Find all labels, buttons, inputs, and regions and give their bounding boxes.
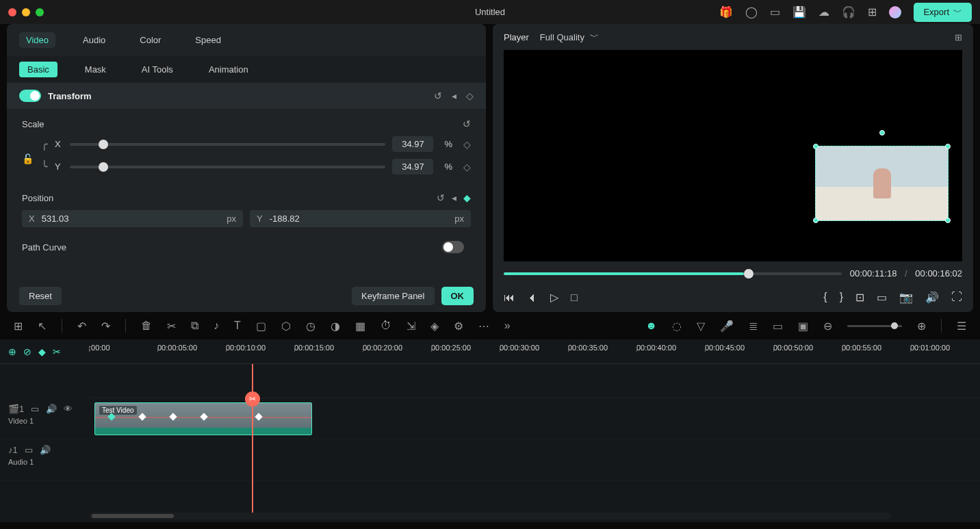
position-keyframe-icon[interactable]: ◆ xyxy=(463,192,471,203)
frame-icon[interactable]: ▢ xyxy=(256,320,266,333)
scale-y-slider[interactable] xyxy=(70,166,385,168)
keyframe-diamond-icon[interactable]: ◇ xyxy=(466,90,474,101)
expand-icon[interactable]: ⇲ xyxy=(407,320,415,333)
resize-handle-tr[interactable] xyxy=(945,144,951,149)
resize-handle-bl[interactable] xyxy=(813,218,818,223)
scale-x-keyframe[interactable]: ◇ xyxy=(463,139,471,150)
keyframe-marker[interactable] xyxy=(255,413,262,420)
folder-icon[interactable]: ▭ xyxy=(31,404,39,414)
keyframe-marker[interactable] xyxy=(169,413,177,420)
playhead[interactable]: ✂ xyxy=(252,364,253,513)
transform-toggle[interactable] xyxy=(19,90,41,102)
position-reset-icon[interactable]: ↺ xyxy=(437,192,445,203)
ok-button[interactable]: OK xyxy=(441,287,474,305)
menu-icon[interactable]: ☰ xyxy=(957,320,966,333)
video-clip[interactable]: Test Video xyxy=(94,402,312,435)
save-icon[interactable]: 💾 xyxy=(792,5,806,18)
monitor-icon[interactable]: ▭ xyxy=(770,5,780,18)
timeline-scrollbar[interactable] xyxy=(89,513,891,519)
shield-icon[interactable]: ▽ xyxy=(697,320,705,333)
more-icon[interactable]: ⋯ xyxy=(478,320,489,333)
tab-basic[interactable]: Basic xyxy=(19,62,57,77)
reset-icon[interactable]: ↺ xyxy=(434,90,442,101)
aspect-icon[interactable]: ⊡ xyxy=(855,291,864,304)
fullscreen-icon[interactable]: ⛶ xyxy=(951,291,962,304)
tab-video[interactable]: Video xyxy=(19,32,55,48)
keyframe-marker[interactable] xyxy=(138,413,146,420)
effects-icon[interactable]: ⬡ xyxy=(281,320,291,333)
ruler[interactable]: :00:0000:00:05:0000:00:10:0000:00:15:000… xyxy=(89,339,980,363)
position-prev-kf-icon[interactable]: ◂ xyxy=(452,192,456,203)
crop-icon[interactable]: ⧉ xyxy=(191,320,198,332)
color-icon[interactable]: ◑ xyxy=(331,320,340,333)
apps-icon[interactable]: ⊞ xyxy=(868,5,877,18)
mute-icon[interactable]: 🔊 xyxy=(46,404,57,414)
snapshot-icon[interactable]: 📷 xyxy=(899,291,913,304)
playhead-cut-icon[interactable]: ✂ xyxy=(245,391,260,407)
marker-icon[interactable]: ◆ xyxy=(38,346,46,357)
speed-icon[interactable]: ◷ xyxy=(306,320,315,333)
cut-icon[interactable]: ✂ xyxy=(167,320,176,333)
ai-icon[interactable]: ☻ xyxy=(645,320,657,332)
grid-icon[interactable]: ⊞ xyxy=(14,320,23,333)
gauge-icon[interactable]: ◌ xyxy=(672,320,682,333)
sliders-icon[interactable]: ⚙ xyxy=(454,320,463,333)
record-icon[interactable]: ◯ xyxy=(745,5,758,18)
undo-icon[interactable]: ↶ xyxy=(77,320,86,333)
prev-frame-icon[interactable]: ⏮ xyxy=(504,292,515,304)
volume-icon[interactable]: 🔊 xyxy=(925,291,939,304)
adjust-icon[interactable]: ▦ xyxy=(355,320,365,333)
stop-icon[interactable]: □ xyxy=(571,292,578,304)
prev-keyframe-icon[interactable]: ◂ xyxy=(452,90,456,101)
delete-icon[interactable]: 🗑 xyxy=(141,320,152,332)
display-icon[interactable]: ▭ xyxy=(877,291,887,304)
keyframe-marker[interactable] xyxy=(200,413,207,420)
music-icon[interactable]: ♪ xyxy=(214,320,219,332)
export-button[interactable]: Export ﹀ xyxy=(914,3,972,22)
timer-icon[interactable]: ⏱ xyxy=(381,320,391,332)
reset-button[interactable]: Reset xyxy=(19,287,62,305)
tab-mask[interactable]: Mask xyxy=(77,62,114,77)
text-icon[interactable]: T xyxy=(234,320,241,332)
link-icon[interactable]: ⊘ xyxy=(23,346,31,357)
mark-in-icon[interactable]: { xyxy=(823,291,827,304)
minimize-window[interactable] xyxy=(22,8,30,16)
tab-audio[interactable]: Audio xyxy=(76,32,112,48)
pathcurve-toggle[interactable] xyxy=(442,241,464,253)
scale-x-value[interactable]: 34.97 xyxy=(392,136,433,152)
tab-speed[interactable]: Speed xyxy=(188,32,228,48)
video-track-header[interactable]: 🎬1 ▭ 🔊 👁 Video 1 xyxy=(0,398,89,439)
zoom-in-icon[interactable]: ⊕ xyxy=(917,320,926,333)
audio-track-header[interactable]: ♪1 ▭ 🔊 Audio 1 xyxy=(0,439,89,480)
mute-icon[interactable]: 🔊 xyxy=(40,445,51,455)
key-icon[interactable]: ◈ xyxy=(430,320,439,333)
mark-out-icon[interactable]: } xyxy=(840,291,843,304)
overflow-icon[interactable]: » xyxy=(504,320,511,332)
mic-icon[interactable]: 🎤 xyxy=(720,320,734,333)
scale-x-slider[interactable] xyxy=(70,143,385,146)
resize-handle-tl[interactable] xyxy=(813,144,818,149)
gift-icon[interactable]: 🎁 xyxy=(719,5,733,18)
play-icon[interactable]: ▷ xyxy=(550,291,558,304)
tab-animation[interactable]: Animation xyxy=(201,62,257,77)
preview-area[interactable] xyxy=(504,50,962,261)
magnet-icon[interactable]: ✂ xyxy=(53,346,61,357)
video-track-lane[interactable]: Test Video xyxy=(89,398,980,439)
visibility-icon[interactable]: 👁 xyxy=(64,404,73,414)
zoom-out-icon[interactable]: ⊖ xyxy=(823,320,832,333)
redo-icon[interactable]: ↷ xyxy=(101,320,110,333)
tab-color[interactable]: Color xyxy=(133,32,168,48)
step-back-icon[interactable]: ⏴ xyxy=(527,292,538,304)
media-icon[interactable]: ▭ xyxy=(773,320,783,333)
scale-lock-icon[interactable]: 🔓 xyxy=(22,153,34,164)
audio-track-lane[interactable] xyxy=(89,439,980,480)
layout-grid-icon[interactable]: ⊞ xyxy=(955,32,962,42)
add-track-icon[interactable]: ⊕ xyxy=(8,346,16,357)
scale-y-keyframe[interactable]: ◇ xyxy=(463,162,471,172)
quality-select[interactable]: Full Quality ﹀ xyxy=(540,31,599,43)
rotate-handle[interactable] xyxy=(879,130,885,136)
keyframe-panel-button[interactable]: Keyframe Panel xyxy=(352,287,435,305)
scale-reset-icon[interactable]: ↺ xyxy=(463,118,471,129)
close-window[interactable] xyxy=(8,8,16,16)
scale-y-value[interactable]: 34.97 xyxy=(392,159,433,175)
